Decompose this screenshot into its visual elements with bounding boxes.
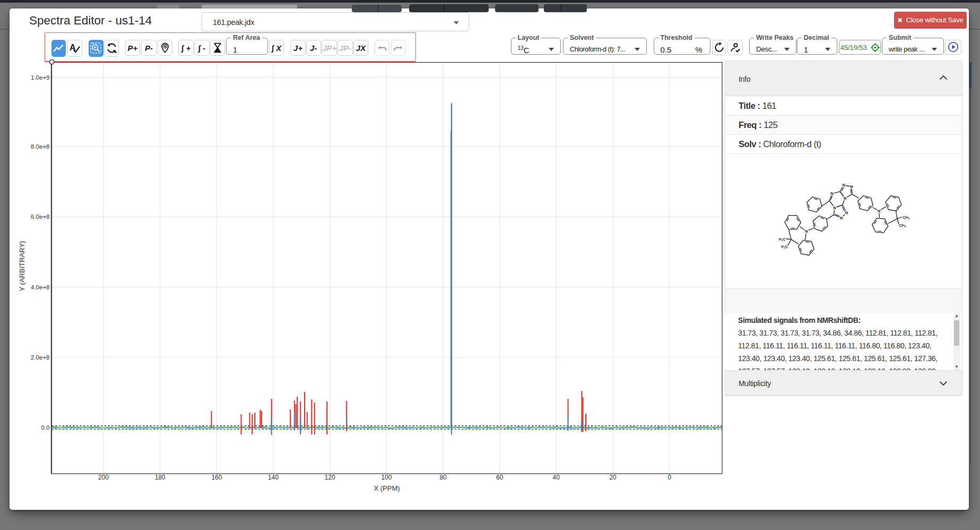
svg-text:120: 120 <box>325 474 335 481</box>
svg-text:2.0e+8: 2.0e+8 <box>31 354 50 361</box>
svg-text:200: 200 <box>98 474 109 481</box>
svg-text:N: N <box>830 191 833 196</box>
svg-text:N: N <box>840 216 843 220</box>
svg-text:0.0: 0.0 <box>41 424 50 431</box>
svg-text:N: N <box>845 210 848 215</box>
svg-text:Y (ARBITRARY): Y (ARBITRARY) <box>18 241 26 292</box>
svg-text:X (PPM): X (PPM) <box>374 484 400 492</box>
svg-text:80: 80 <box>439 474 447 481</box>
svg-text:140: 140 <box>268 474 279 481</box>
svg-text:H3C: H3C <box>781 245 788 249</box>
svg-text:6.0e+8: 6.0e+8 <box>31 213 50 220</box>
svg-text:N: N <box>844 196 846 201</box>
svg-text:N: N <box>878 209 880 213</box>
svg-text:N: N <box>842 183 845 187</box>
svg-text:0: 0 <box>667 474 671 481</box>
svg-text:CH3: CH3 <box>903 216 910 220</box>
svg-text:60: 60 <box>496 474 504 481</box>
svg-text:100: 100 <box>381 474 392 481</box>
svg-text:N: N <box>850 184 853 189</box>
svg-text:CH3: CH3 <box>899 224 906 228</box>
svg-text:N: N <box>833 206 836 210</box>
svg-text:4.0e+8: 4.0e+8 <box>31 284 50 290</box>
svg-text:160: 160 <box>211 474 222 481</box>
svg-text:1.0e+9: 1.0e+9 <box>31 74 50 81</box>
svg-text:40: 40 <box>553 474 560 481</box>
svg-text:20: 20 <box>609 474 617 481</box>
svg-text:8.0e+8: 8.0e+8 <box>31 143 50 150</box>
svg-text:H3C: H3C <box>779 237 786 242</box>
svg-text:180: 180 <box>155 474 166 481</box>
svg-text:N: N <box>805 229 808 234</box>
